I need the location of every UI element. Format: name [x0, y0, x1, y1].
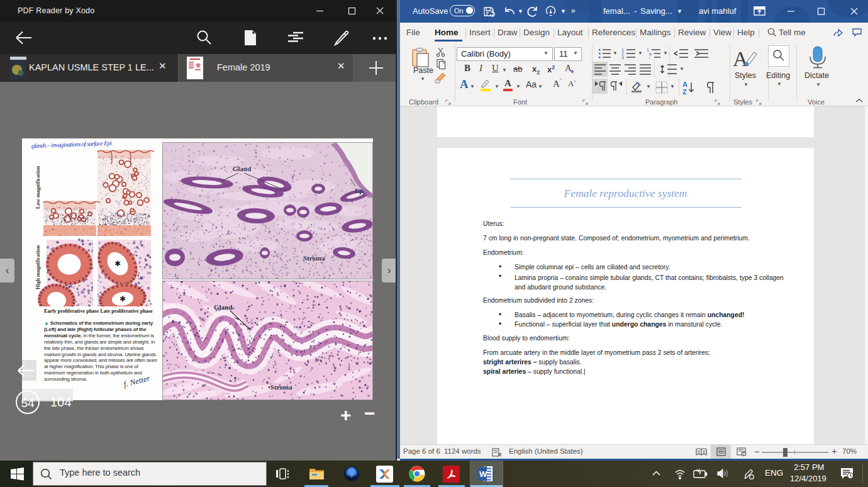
svg-text:i: i	[649, 56, 650, 59]
svg-text:Low magnification: Low magnification	[35, 165, 41, 209]
svg-text:3: 3	[621, 55, 624, 59]
svg-text:A: A	[733, 47, 748, 70]
svg-text:✱: ✱	[114, 259, 121, 268]
svg-text:a: a	[649, 52, 652, 56]
svg-text:High magnification: High magnification	[35, 245, 41, 289]
svg-text:Stroma: Stroma	[303, 254, 325, 262]
svg-text:•Stroma: •Stroma	[268, 383, 292, 391]
svg-text:Ep: Ep	[355, 187, 363, 194]
svg-text:Z: Z	[682, 88, 687, 95]
svg-text:A: A	[682, 81, 687, 88]
svg-text:✱: ✱	[120, 294, 126, 303]
svg-text:Gland: Gland	[214, 303, 232, 311]
svg-text:Gland: Gland	[233, 165, 251, 172]
svg-text:Early proliferative phase Lat: Early proliferative phase Late prolifera…	[44, 308, 153, 314]
svg-text:W: W	[479, 469, 487, 479]
